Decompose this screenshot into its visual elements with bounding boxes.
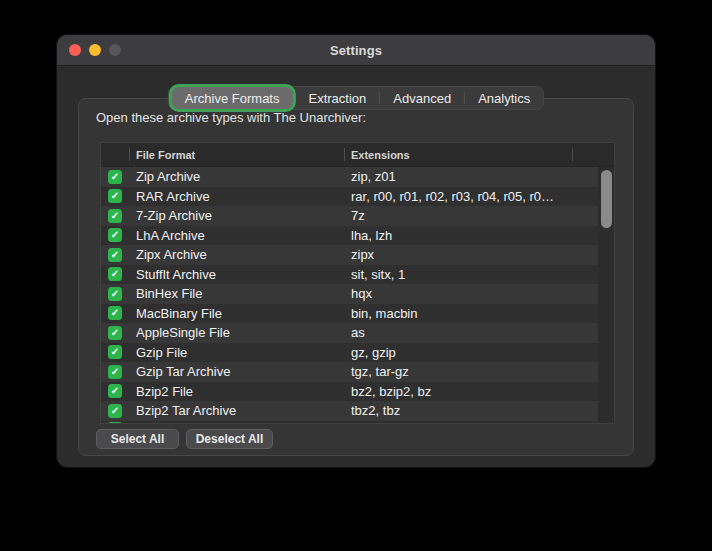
row-checkbox-checked-icon[interactable]: ✓ bbox=[108, 170, 122, 184]
table-body: ✓Zip Archivezip, z01✓RAR Archiverar, r00… bbox=[101, 167, 614, 423]
deselect-all-button[interactable]: Deselect All bbox=[186, 429, 273, 449]
row-format-label: Bzip2 Tar Archive bbox=[136, 403, 351, 418]
minimize-button-icon[interactable] bbox=[89, 44, 101, 56]
tab-analytics[interactable]: Analytics bbox=[465, 87, 543, 109]
table-row[interactable]: ✓LhA Archivelha, lzh bbox=[101, 226, 599, 246]
traffic-lights bbox=[69, 44, 121, 56]
table-row[interactable]: ✓Zipx Archivezipx bbox=[101, 245, 599, 265]
row-format-label: AppleSingle File bbox=[136, 325, 351, 340]
row-checkbox-checked-icon[interactable]: ✓ bbox=[108, 267, 122, 281]
table-row[interactable]: ✓7-Zip Archive7z bbox=[101, 206, 599, 226]
row-extensions-label: tgz, tar-gz bbox=[351, 364, 599, 379]
row-format-label: Zip Archive bbox=[136, 169, 351, 184]
row-checkbox-checked-icon[interactable]: ✓ bbox=[108, 365, 122, 379]
scrollbar-thumb[interactable] bbox=[601, 170, 612, 228]
table-row[interactable]: ✓Zip Archivezip, z01 bbox=[101, 167, 599, 187]
row-extensions-label: gz, gzip bbox=[351, 345, 599, 360]
close-button-icon[interactable] bbox=[69, 44, 81, 56]
column-header-file-format[interactable]: File Format bbox=[130, 149, 344, 161]
table-row[interactable]: ✓RAR Archiverar, r00, r01, r02, r03, r04… bbox=[101, 187, 599, 207]
zoom-button-icon bbox=[109, 44, 121, 56]
tab-advanced[interactable]: Advanced bbox=[380, 87, 464, 109]
row-format-label: Zipx Archive bbox=[136, 247, 351, 262]
row-checkbox-checked-icon[interactable]: ✓ bbox=[108, 209, 122, 223]
row-checkbox-checked-icon[interactable]: ✓ bbox=[108, 404, 122, 418]
table-row-partial[interactable] bbox=[101, 421, 599, 425]
table-row[interactable]: ✓Bzip2 Filebz2, bzip2, bz bbox=[101, 382, 599, 402]
row-format-label: StuffIt Archive bbox=[136, 267, 351, 282]
row-checkbox-checked-icon[interactable]: ✓ bbox=[108, 228, 122, 242]
tab-archive-formats[interactable]: Archive Formats bbox=[172, 87, 293, 109]
row-checkbox-checked-icon[interactable]: ✓ bbox=[108, 326, 122, 340]
row-extensions-label: bz2, bzip2, bz bbox=[351, 384, 599, 399]
row-format-label: 7-Zip Archive bbox=[136, 208, 351, 223]
row-extensions-label: 7z bbox=[351, 208, 599, 223]
titlebar[interactable]: Settings bbox=[57, 35, 655, 66]
row-checkbox-partial-icon bbox=[108, 422, 122, 425]
table-row[interactable]: ✓MacBinary Filebin, macbin bbox=[101, 304, 599, 324]
row-extensions-label: sit, sitx, 1 bbox=[351, 267, 599, 282]
window-title: Settings bbox=[330, 43, 382, 58]
table-header: File Format Extensions bbox=[101, 143, 614, 167]
row-extensions-label: lha, lzh bbox=[351, 228, 599, 243]
row-format-label: LhA Archive bbox=[136, 228, 351, 243]
tab-bar: Archive FormatsExtractionAdvancedAnalyti… bbox=[168, 86, 544, 110]
row-checkbox-checked-icon[interactable]: ✓ bbox=[108, 287, 122, 301]
row-format-label: Bzip2 File bbox=[136, 384, 351, 399]
row-format-label: Gzip Tar Archive bbox=[136, 364, 351, 379]
row-format-label: BinHex File bbox=[136, 286, 351, 301]
row-checkbox-checked-icon[interactable]: ✓ bbox=[108, 345, 122, 359]
formats-table: File Format Extensions ✓Zip Archivezip, … bbox=[100, 142, 615, 424]
row-format-label: Gzip File bbox=[136, 345, 351, 360]
column-separator[interactable] bbox=[572, 148, 573, 161]
row-extensions-label: rar, r00, r01, r02, r03, r04, r05, r0… bbox=[351, 189, 599, 204]
settings-content: Archive FormatsExtractionAdvancedAnalyti… bbox=[57, 66, 655, 467]
row-extensions-label: as bbox=[351, 325, 599, 340]
row-checkbox-checked-icon[interactable]: ✓ bbox=[108, 248, 122, 262]
settings-window: Settings Archive FormatsExtractionAdvanc… bbox=[57, 35, 655, 467]
caption-text: Open these archive types with The Unarch… bbox=[96, 110, 366, 125]
column-header-extensions[interactable]: Extensions bbox=[345, 149, 572, 161]
row-checkbox-checked-icon[interactable]: ✓ bbox=[108, 384, 122, 398]
row-extensions-label: zipx bbox=[351, 247, 599, 262]
table-row[interactable]: ✓StuffIt Archivesit, sitx, 1 bbox=[101, 265, 599, 285]
table-row[interactable]: ✓BinHex Filehqx bbox=[101, 284, 599, 304]
row-format-label: RAR Archive bbox=[136, 189, 351, 204]
tab-extraction[interactable]: Extraction bbox=[295, 87, 379, 109]
row-extensions-label: tbz2, tbz bbox=[351, 403, 599, 418]
row-checkbox-checked-icon[interactable]: ✓ bbox=[108, 306, 122, 320]
row-checkbox-checked-icon[interactable]: ✓ bbox=[108, 189, 122, 203]
table-row[interactable]: ✓Gzip Filegz, gzip bbox=[101, 343, 599, 363]
scrollbar-track[interactable] bbox=[598, 167, 614, 423]
table-row[interactable]: ✓AppleSingle Fileas bbox=[101, 323, 599, 343]
row-extensions-label: zip, z01 bbox=[351, 169, 599, 184]
table-row[interactable]: ✓Gzip Tar Archivetgz, tar-gz bbox=[101, 362, 599, 382]
row-extensions-label: hqx bbox=[351, 286, 599, 301]
select-all-button[interactable]: Select All bbox=[96, 429, 179, 449]
row-format-label: MacBinary File bbox=[136, 306, 351, 321]
table-row[interactable]: ✓Bzip2 Tar Archivetbz2, tbz bbox=[101, 401, 599, 421]
row-extensions-label: bin, macbin bbox=[351, 306, 599, 321]
